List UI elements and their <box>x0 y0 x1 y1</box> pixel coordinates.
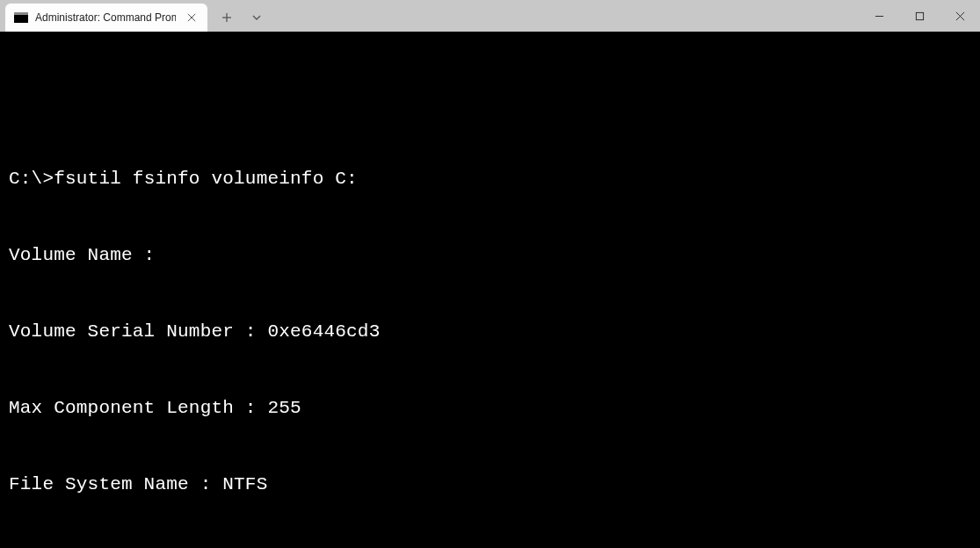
maximize-button[interactable] <box>899 0 940 32</box>
prompt: C:\> <box>9 169 54 189</box>
minimize-button[interactable] <box>859 0 899 32</box>
cmd-icon <box>14 12 28 23</box>
window-controls <box>859 0 980 32</box>
output-line: Volume Name : <box>9 242 971 268</box>
new-tab-button[interactable] <box>213 5 241 30</box>
command: fsutil fsinfo volumeinfo C: <box>54 169 358 189</box>
close-icon <box>187 13 196 22</box>
minimize-icon <box>875 11 884 21</box>
output-line: File System Name : NTFS <box>9 472 971 497</box>
tab-actions <box>207 0 271 32</box>
close-icon <box>955 11 965 21</box>
tab-title: Administrator: Command Prom <box>35 11 176 24</box>
tab-close-button[interactable] <box>183 9 200 26</box>
command-line: C:\>fsutil fsinfo volumeinfo C: <box>9 166 971 191</box>
chevron-down-icon <box>251 12 262 23</box>
svg-rect-5 <box>916 12 923 19</box>
tab[interactable]: Administrator: Command Prom <box>5 4 207 32</box>
tab-dropdown-button[interactable] <box>243 5 271 30</box>
terminal[interactable]: C:\>fsutil fsinfo volumeinfo C: Volume N… <box>0 32 980 548</box>
plus-icon <box>221 12 232 23</box>
output-line: Max Component Length : 255 <box>9 395 971 421</box>
titlebar: Administrator: Command Prom <box>0 0 980 32</box>
window-close-button[interactable] <box>940 0 980 32</box>
maximize-icon <box>915 11 925 21</box>
terminal-blank-line <box>9 90 971 115</box>
output-line: Volume Serial Number : 0xe6446cd3 <box>9 319 971 344</box>
